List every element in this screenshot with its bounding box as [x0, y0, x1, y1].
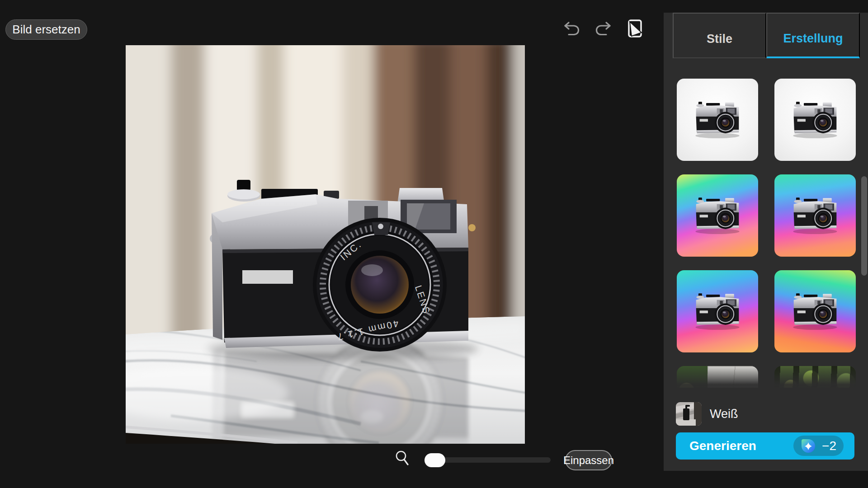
credit-drop-icon	[801, 438, 816, 454]
fit-label: Einpassen	[563, 454, 614, 467]
camera-preview	[785, 99, 845, 141]
tab-stile[interactable]: Stile	[673, 13, 766, 58]
credit-cost-badge: −2	[793, 436, 844, 456]
camera-preview	[688, 195, 747, 237]
generate-label: Generieren	[689, 439, 756, 453]
generated-thumbnail[interactable]	[774, 366, 856, 388]
undo-button[interactable]	[561, 19, 581, 39]
tab-erstellung-label: Erstellung	[783, 32, 843, 46]
zoom-slider-thumb[interactable]	[425, 453, 445, 467]
selected-style-thumbnail	[676, 402, 702, 426]
sidebar-tab-bar: Stile Erstellung	[673, 13, 860, 58]
camera-preview	[785, 195, 845, 237]
thumbnail-grid	[664, 68, 868, 388]
replace-image-button[interactable]: Bild ersetzen	[5, 19, 87, 40]
camera-preview	[688, 99, 747, 141]
fit-button[interactable]: Einpassen	[565, 450, 612, 470]
selected-style-label: Weiß	[710, 407, 738, 421]
generated-thumbnail[interactable]	[677, 366, 758, 388]
generate-button[interactable]: Generieren −2	[676, 432, 854, 460]
redo-icon	[595, 20, 612, 38]
tab-stile-label: Stile	[707, 32, 732, 46]
generated-thumbnail[interactable]	[774, 79, 856, 161]
generated-thumbnail[interactable]	[677, 79, 758, 161]
canvas-image[interactable]: INC. LENS 40mm 1:1.7	[126, 45, 525, 444]
selected-style-row[interactable]: Weiß	[676, 400, 738, 427]
tab-erstellung[interactable]: Erstellung	[766, 13, 860, 58]
generation-sidebar: Stile Erstellung	[664, 13, 868, 471]
replace-image-label: Bild ersetzen	[12, 23, 80, 37]
generated-thumbnail[interactable]	[677, 270, 758, 352]
flip-page-button[interactable]	[625, 19, 645, 39]
camera-preview	[785, 291, 845, 333]
redo-button[interactable]	[594, 19, 613, 39]
magnifier-icon	[394, 450, 410, 470]
image-editor-app: Bild ersetzen	[0, 0, 868, 488]
sidebar-scrollbar[interactable]	[861, 176, 867, 276]
undo-icon	[563, 20, 580, 38]
camera-preview	[688, 291, 747, 333]
generated-thumbnail[interactable]	[774, 174, 856, 257]
generated-thumbnail[interactable]	[677, 174, 758, 257]
flip-page-icon	[626, 19, 645, 40]
credit-cost-value: −2	[822, 439, 836, 453]
generated-thumbnail[interactable]	[774, 270, 856, 352]
